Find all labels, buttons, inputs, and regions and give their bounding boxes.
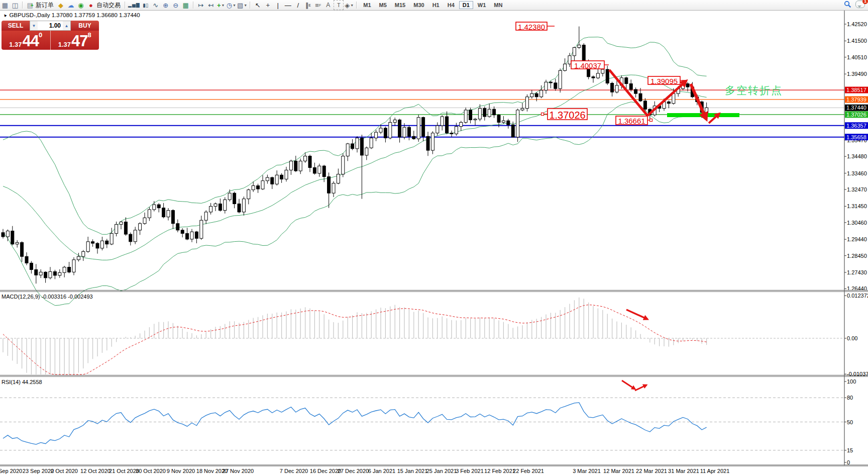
timeframe-d1[interactable]: D1	[459, 1, 473, 9]
rsi-pane	[0, 380, 844, 450]
sell-price-button[interactable]: 1.37 44 0	[2, 31, 51, 50]
sell-button[interactable]: SELL	[2, 21, 30, 31]
tile-windows-icon[interactable]: ▦	[181, 1, 190, 10]
autotrading-icon[interactable]: ●	[86, 1, 95, 10]
sell-price-big: 44	[23, 34, 39, 48]
timeframe-mn[interactable]: MN	[490, 1, 506, 9]
symbol-title: ▲GBPUSD-,Daily 1.37080 1.37759 1.36680 1…	[2, 12, 140, 18]
timeframe-h1[interactable]: H1	[429, 1, 443, 9]
auto-scroll-icon[interactable]: ↦	[196, 1, 205, 10]
svg-text:1.31450: 1.31450	[847, 203, 867, 209]
rsi-arrow[interactable]	[622, 380, 635, 389]
equidistant-channel-icon[interactable]: ∥E	[303, 1, 312, 10]
arrows-shapes-icon[interactable]: ◈▼	[345, 1, 354, 10]
one-click-toggle-icon[interactable]: ▲	[2, 12, 8, 18]
buy-price-small: 1.37	[58, 41, 71, 48]
toolbar-separator	[250, 2, 251, 9]
svg-text:15: 15	[847, 447, 853, 453]
date-label: 11 Apr 2021	[692, 468, 737, 474]
profiles-icon[interactable]: ◫	[11, 1, 20, 10]
lot-decrease-button[interactable]: ▼	[30, 21, 38, 30]
svg-text:0.012372: 0.012372	[847, 293, 868, 299]
new-order-icon[interactable]: ▤+	[26, 1, 35, 10]
svg-text:100: 100	[847, 378, 856, 385]
vertical-line-icon[interactable]: |	[273, 1, 282, 10]
macd-signal-line	[3, 305, 707, 375]
notifications-icon[interactable]: 1	[855, 1, 865, 8]
svg-text:1.32470: 1.32470	[847, 186, 867, 193]
periods-icon[interactable]: ◷▼	[227, 1, 236, 10]
svg-text:1.40037: 1.40037	[574, 61, 601, 70]
text-icon[interactable]: A	[323, 1, 333, 10]
rsi-axis: 1008050150	[844, 378, 856, 465]
lot-size-value[interactable]: 1.00	[38, 22, 63, 29]
toolbar-separator	[356, 2, 357, 9]
date-label: 22 Feb 2021	[506, 468, 551, 474]
line-chart-icon[interactable]: ∿	[151, 1, 160, 10]
autotrading-label[interactable]: 自动交易	[96, 1, 121, 10]
timeframe-group: M1M5M15M30H1H4D1W1MN	[359, 2, 506, 9]
macd-pane	[0, 298, 844, 374]
zoom-out-icon[interactable]: ⊖	[171, 1, 180, 10]
text-label-icon[interactable]: T	[334, 0, 344, 10]
macd-arrow[interactable]	[626, 310, 647, 319]
chart-window-icon[interactable]: ▦	[1, 1, 10, 10]
buy-button[interactable]: BUY	[71, 21, 99, 31]
sell-price-small: 1.37	[9, 41, 22, 48]
toolbar: ▦ ◫ ▤+ 新订单 ◆ ☁ ◉ ● 自动交易 ▂▅▇ ▮▯ ∿ ⊕ ⊖ ▦ ↦…	[0, 0, 868, 11]
price-axis[interactable]: 1.425201.415001.405101.394901.354701.344…	[844, 21, 868, 292]
templates-icon[interactable]: ▧▼	[237, 1, 247, 10]
svg-text:1.37440: 1.37440	[846, 105, 866, 111]
sell-price-sup: 0	[39, 32, 42, 38]
svg-text:1.36661: 1.36661	[618, 117, 645, 125]
search-icon[interactable]	[844, 1, 851, 8]
lot-increase-button[interactable]: ▲	[63, 21, 70, 30]
rsi-arrow[interactable]	[635, 385, 646, 391]
candlestick-chart-icon[interactable]: ▮▯	[141, 1, 150, 10]
mt4-window: ▦ ◫ ▤+ 新订单 ◆ ☁ ◉ ● 自动交易 ▂▅▇ ▮▯ ∿ ⊕ ⊖ ▦ ↦…	[0, 0, 868, 476]
zoom-in-icon[interactable]: ⊕	[161, 1, 170, 10]
buy-price-big: 47	[71, 34, 87, 48]
notification-count-badge: 1	[862, 0, 868, 4]
svg-text:1.26440: 1.26440	[847, 285, 867, 292]
fibonacci-icon[interactable]: ≡F	[313, 1, 322, 10]
svg-text:1.40510: 1.40510	[847, 54, 867, 60]
timeframe-m1[interactable]: M1	[360, 1, 374, 9]
macd-axis: 0.0123720.00-0.010374	[844, 293, 868, 377]
chart-canvas[interactable]: 1.423801.400371.390951.370261.36661多空转折点…	[0, 0, 868, 476]
metaeditor-icon[interactable]: ◆	[56, 1, 65, 10]
svg-text:1.41500: 1.41500	[847, 38, 867, 44]
trendline-icon[interactable]: /	[293, 1, 302, 10]
crosshair-icon[interactable]: ＋	[263, 1, 272, 10]
toolbar-right: 1	[844, 1, 865, 8]
buy-price-button[interactable]: 1.37 47 8	[51, 31, 99, 50]
macd-label: MACD(12,26,9) -0.003316 -0.002493	[2, 294, 93, 300]
toolbar-separator	[193, 2, 194, 9]
community-icon[interactable]: ☁	[66, 1, 75, 10]
rsi-label: RSI(14) 44.2558	[2, 379, 42, 385]
svg-text:1.29440: 1.29440	[847, 236, 867, 242]
svg-text:0: 0	[847, 459, 850, 465]
indicators-icon[interactable]: +▼	[216, 1, 226, 10]
symbol-title-text: GBPUSD-,Daily 1.37080 1.37759 1.36680 1.…	[9, 12, 140, 18]
rsi-line	[3, 403, 707, 444]
buy-price-sup: 8	[88, 32, 91, 38]
timeframe-h4[interactable]: H4	[444, 1, 458, 9]
svg-text:1.27430: 1.27430	[847, 269, 867, 275]
timeframe-m15[interactable]: M15	[391, 1, 409, 9]
toolbar-separator	[125, 2, 126, 9]
svg-text:1.37026: 1.37026	[846, 112, 866, 118]
svg-text:1.34480: 1.34480	[847, 153, 867, 159]
signals-icon[interactable]: ◉	[76, 1, 85, 10]
bull-bear-turning-point-note[interactable]: 多空转折点	[725, 84, 783, 96]
bollinger-bands	[3, 37, 707, 306]
bar-chart-icon[interactable]: ▂▅▇	[128, 1, 140, 10]
chart-shift-icon[interactable]: ↤	[206, 1, 215, 10]
horizontal-line-icon[interactable]: —	[283, 1, 292, 10]
new-order-label[interactable]: 新订单	[36, 1, 54, 10]
timeframe-m30[interactable]: M30	[410, 1, 427, 9]
timeframe-w1[interactable]: W1	[474, 1, 490, 9]
cursor-icon[interactable]: ↖	[253, 1, 262, 10]
timeframe-m5[interactable]: M5	[376, 1, 390, 9]
svg-text:80: 80	[847, 395, 853, 401]
